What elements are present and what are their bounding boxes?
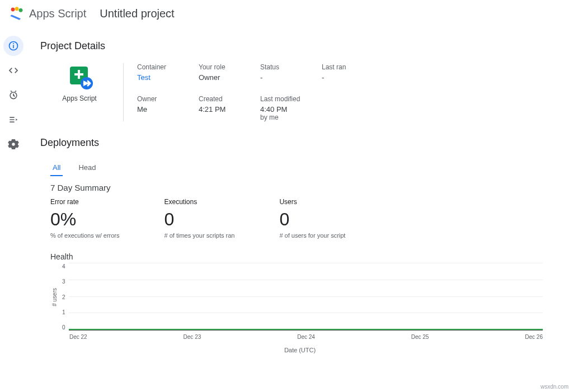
- chart-xlabel: Date (UTC): [40, 347, 560, 353]
- stat-title: Executions: [165, 198, 235, 206]
- chart-xaxis: Dec 22 Dec 23 Dec 24 Dec 25 Dec 26: [69, 334, 543, 340]
- stat-executions: Executions 0 # of times your scripts ran: [165, 198, 235, 239]
- code-icon: [8, 65, 19, 76]
- ytick: 2: [62, 294, 65, 300]
- executions-icon: [8, 114, 19, 125]
- ytick: 1: [62, 309, 65, 315]
- modified-label: Last modified: [260, 95, 322, 103]
- chart-ylabel: # users: [50, 288, 59, 306]
- project-details-heading: Project Details: [40, 40, 560, 52]
- owner-value: Me: [137, 105, 199, 114]
- chart-series-users: [69, 329, 543, 330]
- sidebar-item-editor[interactable]: [3, 60, 24, 81]
- last-ran-label: Last ran: [322, 63, 383, 71]
- modified-value: 4:40 PM: [260, 105, 322, 114]
- deployments-tabs: All Head: [50, 160, 560, 176]
- stat-desc: % of executions w/ errors: [50, 232, 120, 239]
- sidebar-item-triggers[interactable]: [3, 85, 24, 105]
- owner-label: Owner: [137, 95, 199, 103]
- role-label: Your role: [199, 63, 260, 71]
- svg-rect-2: [13, 43, 14, 44]
- info-icon: [8, 40, 19, 51]
- project-icon-label: Apps Script: [40, 95, 119, 102]
- container-label: Container: [137, 63, 199, 71]
- project-details-row: Apps Script Container Test Your role Own…: [40, 63, 560, 121]
- sidebar-item-settings[interactable]: [3, 134, 24, 154]
- chart-yaxis: 4 3 2 1 0: [59, 263, 69, 330]
- sidebar-item-overview[interactable]: [3, 36, 24, 56]
- status-value: -: [260, 73, 322, 82]
- xtick: Dec 22: [69, 334, 184, 340]
- container-link[interactable]: Test: [137, 73, 199, 82]
- last-ran-value: -: [322, 73, 383, 82]
- ytick: 4: [62, 263, 65, 270]
- app-header: Apps Script Untitled project: [0, 0, 573, 27]
- apps-script-project-icon: [68, 65, 91, 89]
- xtick: Dec 25: [411, 334, 525, 340]
- health-chart: # users 4 3 2 1 0: [50, 263, 560, 330]
- clock-icon: [8, 89, 19, 101]
- tab-all[interactable]: All: [50, 160, 63, 176]
- app-title: Apps Script: [29, 7, 86, 20]
- stat-title: Users: [279, 198, 345, 206]
- sidebar-item-executions[interactable]: [3, 110, 24, 130]
- tab-head[interactable]: Head: [76, 160, 98, 176]
- xtick: Dec 23: [184, 334, 298, 340]
- summary-stats: Error rate 0% % of executions w/ errors …: [50, 198, 560, 239]
- stat-users: Users 0 # of users for your script: [279, 198, 345, 239]
- stat-title: Error rate: [50, 198, 120, 206]
- vertical-separator: [123, 63, 124, 121]
- apps-script-logo-icon: [9, 6, 25, 21]
- stat-value: 0: [165, 209, 235, 230]
- stat-value: 0%: [50, 209, 120, 230]
- svg-rect-6: [78, 70, 80, 79]
- created-label: Created: [199, 95, 260, 103]
- main-content: Project Details Apps Script: [27, 27, 573, 392]
- project-title[interactable]: Untitled project: [100, 7, 174, 20]
- stat-desc: # of users for your script: [279, 232, 345, 239]
- gear-icon: [8, 139, 19, 150]
- summary-heading: 7 Day Summary: [50, 183, 560, 192]
- deployments-heading: Deployments: [40, 137, 560, 149]
- xtick: Dec 24: [297, 334, 411, 340]
- xtick: Dec 26: [525, 334, 543, 340]
- stat-error-rate: Error rate 0% % of executions w/ errors: [50, 198, 120, 239]
- svg-rect-1: [13, 45, 14, 48]
- modified-by: by me: [260, 114, 322, 121]
- ytick: 0: [62, 324, 65, 330]
- health-heading: Health: [50, 252, 560, 261]
- left-sidebar: [0, 27, 27, 392]
- status-label: Status: [260, 63, 322, 71]
- chart-plot-area: [69, 263, 543, 330]
- created-value: 4:21 PM: [199, 105, 260, 114]
- stat-desc: # of times your scripts ran: [165, 232, 235, 239]
- watermark: wsxdn.com: [541, 384, 569, 390]
- stat-value: 0: [279, 209, 345, 230]
- role-value: Owner: [199, 73, 260, 82]
- ytick: 3: [62, 278, 65, 285]
- project-meta-grid: Container Test Your role Owner Status - …: [137, 63, 383, 121]
